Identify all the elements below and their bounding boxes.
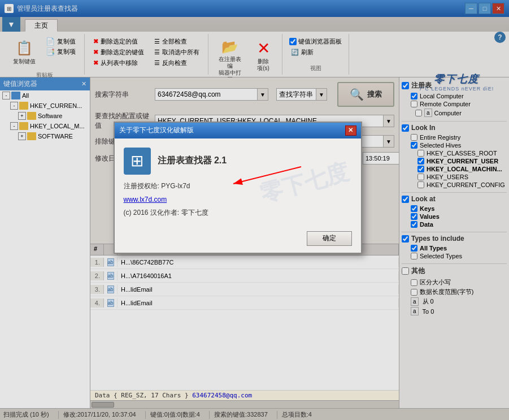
dialog-content: 零下七度 ⊞ 注册表查找器 2.1 注册授权给: bbox=[115, 138, 361, 227]
dialog-close-button[interactable]: ✕ bbox=[345, 125, 356, 136]
copyright-label: (c) 2016 汉化作者: 零下七度 bbox=[124, 209, 208, 217]
dialog-ok-button[interactable]: 确定 bbox=[307, 231, 352, 246]
window: ⊞ 管理员注册表查找器 ─ □ ✕ ▼ 主页 📋 复制键值 bbox=[0, 0, 509, 420]
dialog-overlay: 关于零下七度汉化破解版 ✕ 零下七度 ⊞ 注册表查找器 2.1 bbox=[0, 0, 509, 420]
dialog-buttons: 确定 bbox=[115, 227, 361, 253]
svg-line-1 bbox=[233, 167, 301, 184]
license-label: 注册授权给: PYG-lx7d bbox=[124, 182, 190, 190]
dialog-title: 关于零下七度汉化破解版 bbox=[119, 125, 194, 135]
dialog-titlebar: 关于零下七度汉化破解版 ✕ bbox=[115, 123, 361, 138]
arrow-svg bbox=[216, 161, 307, 195]
link-row: www.lx7d.com bbox=[124, 196, 352, 203]
about-dialog: 关于零下七度汉化破解版 ✕ 零下七度 ⊞ 注册表查找器 2.1 bbox=[114, 122, 362, 254]
app-row: ⊞ 注册表查找器 2.1 bbox=[124, 148, 352, 175]
dialog-link[interactable]: www.lx7d.com bbox=[124, 196, 167, 203]
dialog-app-icon: ⊞ bbox=[124, 148, 151, 175]
copyright-row: (c) 2016 汉化作者: 零下七度 bbox=[124, 208, 352, 218]
ok-label: 确定 bbox=[323, 233, 336, 243]
